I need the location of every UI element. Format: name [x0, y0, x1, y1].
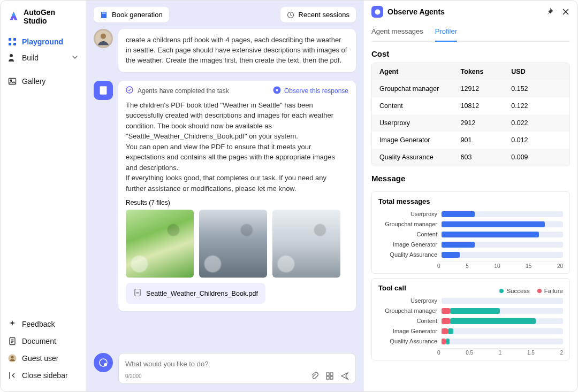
svg-point-21 [104, 363, 107, 366]
nav-label: Build [22, 53, 39, 62]
pdf-filename: Seattle_Weather_Childrens_Book.pdf [146, 290, 258, 297]
bar-label: Image Generator [378, 328, 437, 334]
observe-response-link[interactable]: Observe this response [273, 86, 348, 96]
agent-response-text: The children's PDF book titled "Weather … [126, 100, 348, 194]
bar-track [442, 328, 563, 334]
bar-label: Content [378, 231, 437, 237]
nav-label: Close sidebar [22, 371, 68, 380]
clock-icon [287, 11, 294, 19]
tab-profiler[interactable]: Profiler [435, 24, 457, 42]
attach-icon[interactable] [310, 372, 319, 380]
bar-track [442, 211, 563, 217]
svg-rect-11 [102, 12, 106, 13]
bar-track [442, 252, 563, 258]
pdf-icon [133, 288, 142, 298]
chart-title: Tool call [378, 284, 406, 292]
bar-label: Groupchat manager [378, 221, 437, 227]
nav-gallery[interactable]: Gallery [1, 73, 86, 89]
bar-track [442, 298, 563, 304]
col-usd: USD [511, 68, 562, 75]
bar-track [442, 242, 563, 248]
sparkle-icon [8, 320, 17, 328]
nav-build[interactable]: Build [1, 50, 86, 66]
chevron-down-icon [72, 53, 78, 62]
nav-playground[interactable]: Playground [1, 34, 86, 50]
bar-row: Quality Assurance [378, 251, 563, 258]
svg-point-6 [11, 80, 12, 81]
observe-tabs: Agent messages Profiler [371, 24, 570, 42]
svg-rect-22 [326, 373, 329, 375]
svg-rect-3 [13, 43, 16, 45]
bar-row: Userproxy [378, 297, 563, 304]
composer-wrap: 0/2000 [86, 348, 363, 391]
cost-row: Content108120.122 [372, 97, 569, 114]
bar-label: Userproxy [378, 211, 437, 217]
svg-rect-1 [13, 38, 16, 41]
observe-header-icon [371, 6, 383, 18]
nav-feedback[interactable]: Feedback [1, 316, 86, 333]
svg-rect-0 [9, 38, 11, 41]
send-icon[interactable] [340, 372, 349, 380]
user-message: create a childrens pdf book with 4 pages… [118, 29, 356, 72]
session-chip[interactable]: Book generation [94, 7, 169, 22]
bar-label: Quality Assurance [378, 251, 437, 258]
bar-label: Image Generator [378, 241, 437, 248]
composer-input[interactable] [125, 360, 349, 368]
apps-icon[interactable] [325, 372, 334, 380]
svg-rect-5 [9, 79, 16, 84]
chart-title: Total messages [378, 197, 563, 205]
task-card: Agents have completed the task Observe t… [118, 81, 356, 312]
svg-point-26 [375, 9, 380, 14]
bar-label: Quality Assurance [378, 338, 437, 344]
result-thumbnails [126, 210, 348, 278]
bar-label: Groupchat manager [378, 308, 437, 314]
bar-row: Content [378, 231, 563, 237]
svg-point-14 [101, 34, 106, 39]
bar-row: Userproxy [378, 211, 563, 217]
bar-track [442, 221, 563, 227]
bar-track [442, 318, 563, 324]
bar-row: Groupchat manager [378, 221, 563, 227]
task-status: Agents have completed the task [138, 87, 229, 95]
nav-guest-user[interactable]: Guest user [1, 350, 86, 367]
book-icon [100, 11, 108, 19]
grid-icon [8, 37, 17, 46]
col-tokens: Tokens [461, 68, 512, 75]
chat-header: Book generation Recent sessions [86, 1, 363, 29]
document-icon [8, 337, 17, 345]
pin-icon[interactable] [545, 7, 554, 16]
observe-panel: Observe Agents Agent messages Profiler C… [363, 1, 577, 391]
bar-label: Userproxy [378, 297, 437, 304]
cost-row: Userproxy29120.022 [372, 114, 569, 132]
bar-row: Groupchat manager [378, 308, 563, 314]
cost-row: Quality Assurance6030.009 [372, 149, 569, 166]
composer-agent-icon [94, 353, 113, 372]
bar-row: Quality Assurance [378, 338, 563, 344]
svg-point-18 [276, 89, 278, 91]
recent-sessions-chip[interactable]: Recent sessions [280, 7, 356, 22]
nav-close-sidebar[interactable]: Close sidebar [1, 367, 86, 384]
bar-track [442, 339, 563, 344]
result-pdf-chip[interactable]: Seattle_Weather_Childrens_Book.pdf [126, 283, 265, 304]
chat-body[interactable]: create a childrens pdf book with 4 pages… [86, 29, 363, 348]
nav-label: Feedback [22, 320, 55, 328]
bar-track [442, 232, 563, 237]
result-image-rainy[interactable] [199, 210, 267, 278]
tab-agent-messages[interactable]: Agent messages [371, 24, 423, 41]
nav-label: Guest user [22, 354, 58, 363]
avatar-icon [8, 354, 17, 363]
result-image-snowy[interactable] [272, 210, 340, 278]
nav-document[interactable]: Document [1, 333, 86, 350]
observe-title: Observe Agents [387, 7, 445, 16]
agent-response-row: Agents have completed the task Observe t… [94, 81, 356, 312]
nav-label: Playground [22, 37, 63, 46]
nav-label: Document [22, 337, 56, 345]
total-messages-chart: Total messages Userproxy Groupchat manag… [371, 191, 570, 274]
bar-row: Content [378, 318, 563, 324]
result-image-sunny[interactable] [126, 210, 194, 278]
close-icon[interactable] [561, 7, 570, 16]
recent-chip-label: Recent sessions [299, 11, 349, 19]
cost-row: Groupchat manager129120.152 [372, 80, 569, 97]
agent-avatar [94, 81, 113, 100]
svg-rect-23 [330, 373, 333, 375]
